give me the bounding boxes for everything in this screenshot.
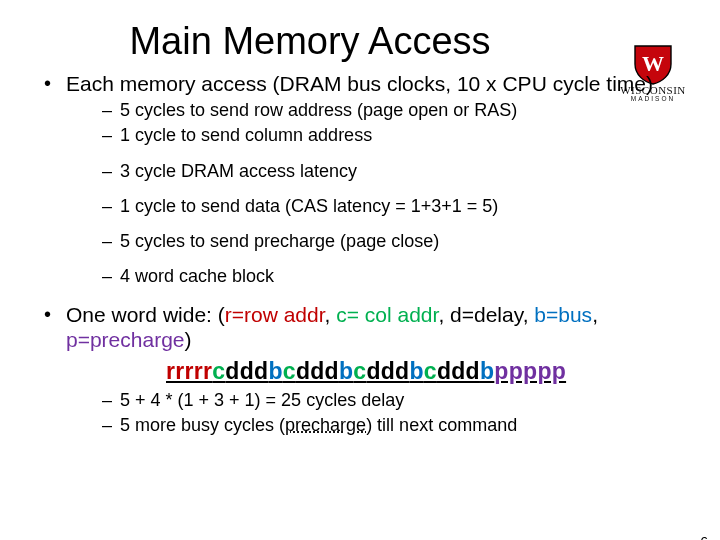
bullet-2-post: ) [185, 328, 192, 351]
cycle-sequence: rrrrrcdddbcdddbcdddbcdddbppppp [166, 358, 694, 386]
bullet-list: Each memory access (DRAM bus clocks, 10 … [0, 71, 720, 436]
legend-b: b=bus [534, 303, 592, 326]
seq-c2: c [283, 358, 296, 384]
sub-item: 1 cycle to send column address [102, 125, 694, 146]
sub-item: 1 cycle to send data (CAS latency = 1+3+… [102, 196, 694, 217]
bullet-2-pre: One word wide: ( [66, 303, 225, 326]
seq-d2: ddd [296, 358, 339, 384]
sub-item: 3 cycle DRAM access latency [102, 161, 694, 182]
precharge-word: precharge [285, 415, 366, 435]
seq-p: ppppp [494, 358, 566, 384]
seq-c4: c [424, 358, 437, 384]
bullet-1-text: Each memory access (DRAM bus clocks, 10 … [66, 72, 653, 95]
sub-item: 5 cycles to send precharge (page close) [102, 231, 694, 252]
seq-d3: ddd [366, 358, 409, 384]
seq-d1: ddd [225, 358, 268, 384]
legend-c: c= col addr [336, 303, 438, 326]
bullet-1-sublist: 5 cycles to send row address (page open … [66, 100, 694, 146]
bullet-1-sublist-wide: 3 cycle DRAM access latency 1 cycle to s… [66, 161, 694, 288]
seq-b3: b [409, 358, 423, 384]
sub-item: 4 word cache block [102, 266, 694, 287]
seq-r: rrrrr [166, 358, 212, 384]
sub-item: 5 more busy cycles (precharge) till next… [102, 415, 694, 436]
bullet-2-sublist: 5 + 4 * (1 + 3 + 1) = 25 cycles delay 5 … [66, 390, 694, 436]
page-number: 6 [700, 534, 708, 540]
legend-d: d=delay [450, 303, 523, 326]
seq-d4: ddd [437, 358, 480, 384]
seq-b2: b [339, 358, 353, 384]
seq-b4: b [480, 358, 494, 384]
seq-c3: c [353, 358, 366, 384]
legend-r: r=row addr [225, 303, 325, 326]
seq-c1: c [212, 358, 225, 384]
sub-item: 5 + 4 * (1 + 3 + 1) = 25 cycles delay [102, 390, 694, 411]
bullet-2: One word wide: (r=row addr, c= col addr,… [42, 302, 694, 436]
bullet-1: Each memory access (DRAM bus clocks, 10 … [42, 71, 694, 288]
legend-p: p=precharge [66, 328, 185, 351]
seq-b1: b [268, 358, 282, 384]
sub-item: 5 cycles to send row address (page open … [102, 100, 694, 121]
